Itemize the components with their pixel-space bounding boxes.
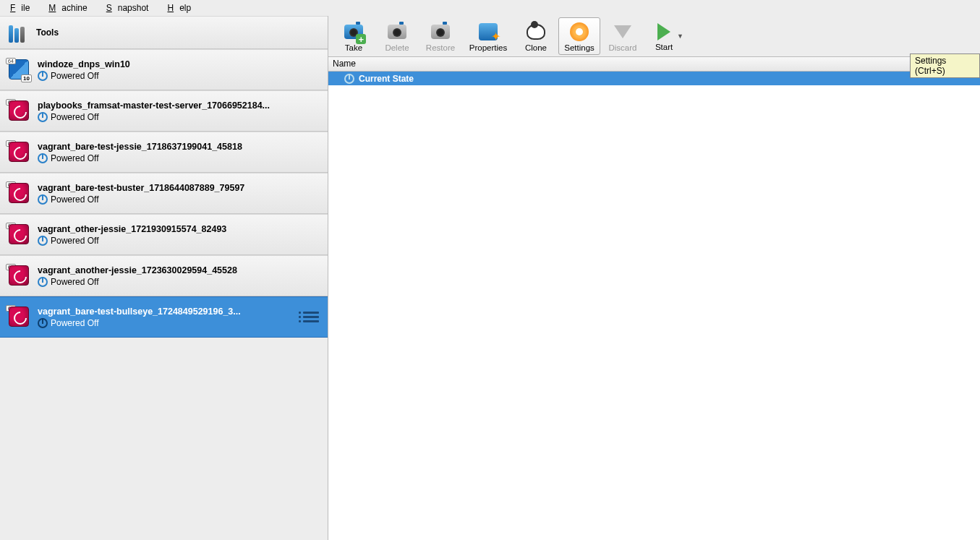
- snapshot-current-state[interactable]: Current State: [328, 72, 980, 85]
- properties-button[interactable]: Properties: [463, 17, 514, 55]
- os-icon: 64: [9, 224, 30, 246]
- vm-status: Powered Off: [38, 277, 319, 287]
- power-icon: [38, 277, 48, 287]
- vm-name: vagrant_other-jessie_1721930915574_82493: [38, 224, 284, 234]
- vm-item[interactable]: 64 vagrant_bare-test-bullseye_1724849529…: [0, 296, 328, 338]
- delete-button: Delete: [376, 17, 418, 55]
- vm-status: Powered Off: [38, 71, 319, 81]
- vm-name: vagrant_bare-test-jessie_1718637199041_4…: [38, 142, 284, 152]
- vm-item[interactable]: 64 vagrant_bare-test-buster_171864408788…: [0, 173, 328, 214]
- start-button[interactable]: Start ▼: [645, 17, 691, 55]
- menu-help[interactable]: Help: [161, 1, 203, 14]
- vm-item[interactable]: 64 vagrant_bare-test-jessie_171863719904…: [0, 132, 328, 173]
- camera-restore-icon: [430, 21, 451, 43]
- vm-status: Powered Off: [38, 153, 319, 163]
- tooltip: Settings (Ctrl+S): [910, 53, 980, 78]
- start-icon: [653, 21, 675, 43]
- os-icon: 64: [9, 307, 30, 328]
- vm-name: vagrant_bare-test-bullseye_1724849529196…: [38, 307, 284, 317]
- menu-machine[interactable]: Machine: [43, 1, 98, 14]
- discard-icon: [612, 21, 634, 43]
- camera-plus-icon: [343, 21, 365, 43]
- clone-button[interactable]: Clone: [515, 17, 557, 55]
- vm-item[interactable]: 64 playbooks_framsat-master-test-server_…: [0, 90, 328, 132]
- settings-button[interactable]: Settings: [558, 17, 600, 55]
- vm-status: Powered Off: [38, 236, 319, 246]
- menu-file[interactable]: File: [4, 1, 41, 14]
- sheep-icon: [525, 21, 547, 43]
- tools-header[interactable]: Tools: [0, 16, 328, 49]
- discard-button: Discard: [602, 17, 644, 55]
- menu-snapshot[interactable]: Snapshot: [101, 1, 161, 14]
- vm-name: windoze_dnps_win10: [38, 59, 284, 69]
- power-icon: [38, 194, 48, 205]
- take-button[interactable]: Take: [333, 17, 375, 55]
- restore-button: Restore: [419, 17, 461, 55]
- column-name[interactable]: Name: [328, 57, 945, 71]
- power-icon: [38, 71, 48, 81]
- vm-name: vagrant_bare-test-buster_1718644087889_7…: [38, 183, 284, 193]
- vm-status: Powered Off: [38, 194, 319, 205]
- chevron-down-icon[interactable]: ▼: [677, 33, 683, 40]
- left-panel: Tools 64 windoze_dnps_win10 Powered Off …: [0, 16, 328, 540]
- right-panel: Take Delete Restore Properties Clone Set…: [328, 16, 980, 540]
- menubar: File Machine Snapshot Help: [0, 0, 980, 16]
- tools-icon: [9, 22, 29, 43]
- power-icon: [38, 153, 48, 163]
- tools-label: Tools: [36, 27, 59, 38]
- vm-status: Powered Off: [38, 112, 319, 122]
- vm-list: 64 windoze_dnps_win10 Powered Off 64 pla…: [0, 49, 328, 540]
- vm-name: vagrant_another-jessie_1723630029594_455…: [38, 265, 284, 275]
- properties-icon: [477, 21, 499, 43]
- vm-status: Powered Off: [38, 318, 296, 328]
- snapshot-toolbar: Take Delete Restore Properties Clone Set…: [328, 16, 980, 57]
- list-icon[interactable]: [303, 312, 319, 322]
- os-icon: 64: [9, 100, 30, 122]
- os-icon: 64: [9, 59, 30, 81]
- gear-icon: [568, 21, 590, 43]
- power-icon: [344, 74, 354, 84]
- vm-item[interactable]: 64 vagrant_other-jessie_1721930915574_82…: [0, 214, 328, 255]
- vm-item[interactable]: 64 vagrant_another-jessie_1723630029594_…: [0, 255, 328, 296]
- vm-name: playbooks_framsat-master-test-server_170…: [38, 100, 284, 111]
- os-icon: 64: [9, 142, 30, 163]
- snapshot-tree[interactable]: Current State: [328, 72, 980, 540]
- os-icon: 64: [9, 265, 30, 287]
- camera-minus-icon: [386, 21, 408, 43]
- power-icon: [38, 236, 48, 246]
- column-headers: Name Taken: [328, 57, 980, 72]
- power-icon: [38, 112, 48, 122]
- os-icon: 64: [9, 183, 30, 205]
- power-icon: [38, 318, 48, 328]
- vm-item[interactable]: 64 windoze_dnps_win10 Powered Off: [0, 49, 328, 90]
